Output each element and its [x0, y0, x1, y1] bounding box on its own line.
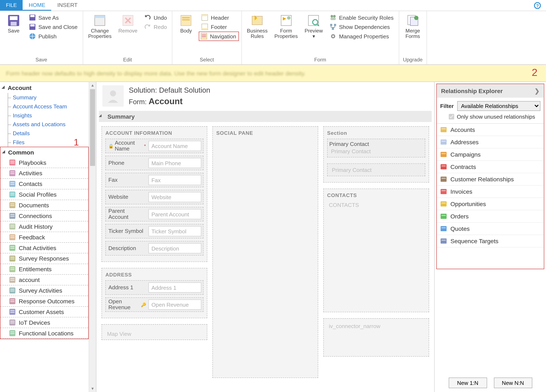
chevron-right-icon[interactable]: ❯ — [534, 87, 540, 94]
scroll-up-icon[interactable]: ▲ — [89, 82, 96, 89]
common-item[interactable]: Feedback — [0, 232, 88, 243]
common-item[interactable]: Entitlements — [0, 264, 88, 275]
scroll-down-icon[interactable]: ▼ — [89, 385, 96, 392]
svg-rect-57 — [10, 227, 14, 228]
field-description[interactable]: DescriptionDescription — [105, 241, 203, 255]
section-mapview[interactable]: Map View — [101, 324, 207, 340]
common-item[interactable]: Customer Assets — [0, 307, 88, 317]
tree-link[interactable]: Insights — [0, 111, 89, 120]
field-input[interactable]: Open Revenue — [148, 300, 201, 310]
svg-rect-65 — [10, 257, 14, 258]
managed-properties-button[interactable]: Managed Properties — [327, 32, 396, 41]
field-parent-account[interactable]: Parent AccountParent Account — [105, 207, 203, 221]
section-address[interactable]: ADDRESS Address 1Address 1 Open Revenue🔑… — [101, 268, 207, 318]
field-input[interactable]: Description — [148, 243, 201, 254]
undo-button[interactable]: Undo — [142, 13, 169, 22]
scroll-thumb[interactable] — [90, 89, 95, 166]
field-primary-contact[interactable]: Primary ContactPrimary Contact — [327, 138, 425, 157]
section-social-pane[interactable]: SOCIAL PANE — [212, 126, 318, 378]
section-iv-connector[interactable]: iv_connector_narrow — [323, 318, 429, 357]
tree-link[interactable]: Details — [0, 129, 89, 138]
rel-item[interactable]: Opportunities — [437, 198, 544, 210]
field-ticker[interactable]: Ticker SymbolTicker Symbol — [105, 224, 203, 238]
field-phone[interactable]: PhoneMain Phone — [105, 156, 203, 170]
tab-insert[interactable]: INSERT — [51, 0, 84, 11]
business-rules-button[interactable]: Business Rules — [244, 13, 270, 40]
show-dependencies-button[interactable]: Show Dependencies — [327, 22, 396, 32]
common-item[interactable]: account — [0, 275, 88, 286]
rel-item[interactable]: Customer Relationships — [437, 173, 544, 185]
field-input[interactable]: Main Phone — [148, 158, 201, 168]
change-properties-button[interactable]: Change Properties — [86, 13, 114, 40]
tab-file[interactable]: FILE — [0, 0, 23, 11]
common-item[interactable]: Functional Locations — [0, 328, 88, 339]
preview-icon — [307, 14, 320, 27]
tree-link[interactable]: Summary — [0, 93, 89, 102]
field-input[interactable]: Parent Account — [148, 209, 201, 219]
navigation-button[interactable]: Navigation — [199, 32, 239, 41]
section-account-info[interactable]: ACCOUNT INFORMATION 🔒Account Name*Accoun… — [101, 126, 207, 262]
section-primary-contact[interactable]: Section Primary ContactPrimary Contact P… — [323, 126, 429, 183]
save-button[interactable]: Save — [2, 13, 25, 35]
left-scrollbar[interactable]: ▲ ▼ — [89, 82, 96, 392]
body-button[interactable]: Body — [175, 13, 197, 35]
common-item[interactable]: Response Outcomes — [0, 296, 88, 307]
svg-rect-63 — [10, 248, 14, 249]
remove-button[interactable]: Remove — [116, 13, 140, 35]
common-item[interactable]: Survey Responses — [0, 254, 88, 264]
rel-explorer-header[interactable]: Relationship Explorer❯ — [437, 84, 544, 98]
common-item[interactable]: Contacts — [0, 179, 88, 189]
help-icon[interactable]: ? — [534, 2, 541, 9]
common-item[interactable]: Connections — [0, 211, 88, 221]
entity-icon — [440, 213, 447, 220]
new-nn-button[interactable]: New N:N — [494, 378, 532, 388]
rel-item[interactable]: Sequence Targets — [437, 235, 544, 247]
rel-item[interactable]: Orders — [437, 210, 544, 223]
redo-button[interactable]: Redo — [142, 22, 169, 32]
filter-select[interactable]: Available Relationships — [457, 101, 540, 111]
rel-item[interactable]: Contracts — [437, 161, 544, 173]
rel-item[interactable]: Accounts — [437, 124, 544, 136]
common-item[interactable]: IoT Devices — [0, 317, 88, 328]
common-item[interactable]: Survey Activities — [0, 285, 88, 296]
field-account-name[interactable]: 🔒Account Name*Account Name — [105, 138, 203, 153]
header-button[interactable]: Header — [199, 13, 239, 22]
new-1n-button[interactable]: New 1:N — [448, 378, 487, 388]
field-website[interactable]: WebsiteWebsite — [105, 190, 203, 204]
rel-item[interactable]: Addresses — [437, 136, 544, 148]
publish-button[interactable]: Publish — [26, 32, 80, 41]
common-item[interactable]: Activities — [0, 168, 88, 179]
save-as-button[interactable]: Save As — [26, 13, 80, 22]
tree-account-header[interactable]: Account — [0, 82, 89, 93]
tree-link[interactable]: Assets and Locations — [0, 120, 89, 129]
section-contacts[interactable]: CONTACTS CONTACTS — [323, 189, 429, 312]
common-item[interactable]: Chat Activities — [0, 243, 88, 254]
rel-item[interactable]: Invoices — [437, 185, 544, 198]
field-input[interactable]: Account Name — [148, 141, 201, 151]
common-item[interactable]: Audit History — [0, 221, 88, 232]
field-address1[interactable]: Address 1Address 1 — [105, 280, 203, 295]
footer-button[interactable]: Footer — [199, 22, 239, 32]
common-item[interactable]: Playbooks — [0, 157, 88, 168]
security-roles-button[interactable]: Enable Security Roles — [327, 13, 396, 22]
field-fax[interactable]: FaxFax — [105, 173, 203, 187]
field-input[interactable]: Address 1 — [148, 282, 201, 293]
preview-button[interactable]: Preview▾ — [302, 13, 325, 40]
common-item[interactable]: Social Profiles — [0, 189, 88, 200]
field-input[interactable]: Website — [148, 192, 201, 202]
rel-item[interactable]: Quotes — [437, 223, 544, 235]
save-close-button[interactable]: Save and Close — [26, 22, 80, 32]
common-item[interactable]: Documents — [0, 200, 88, 211]
merge-forms-button[interactable]: Merge Forms — [402, 13, 424, 40]
common-header[interactable]: Common — [0, 147, 88, 157]
field-input[interactable]: Ticker Symbol — [148, 226, 201, 236]
tab-summary[interactable]: Summary — [99, 111, 432, 122]
field-open-revenue[interactable]: Open Revenue🔑Open Revenue — [105, 297, 203, 312]
tree-link[interactable]: Account Access Team — [0, 102, 89, 111]
form-properties-button[interactable]: Form Properties — [272, 13, 300, 40]
tab-home[interactable]: HOME — [23, 0, 51, 11]
field-input[interactable]: Fax — [148, 175, 201, 185]
field-primary-contact-2[interactable]: Primary Contact — [327, 163, 425, 176]
rel-item[interactable]: Campaigns — [437, 148, 544, 161]
unused-checkbox[interactable] — [449, 114, 454, 119]
